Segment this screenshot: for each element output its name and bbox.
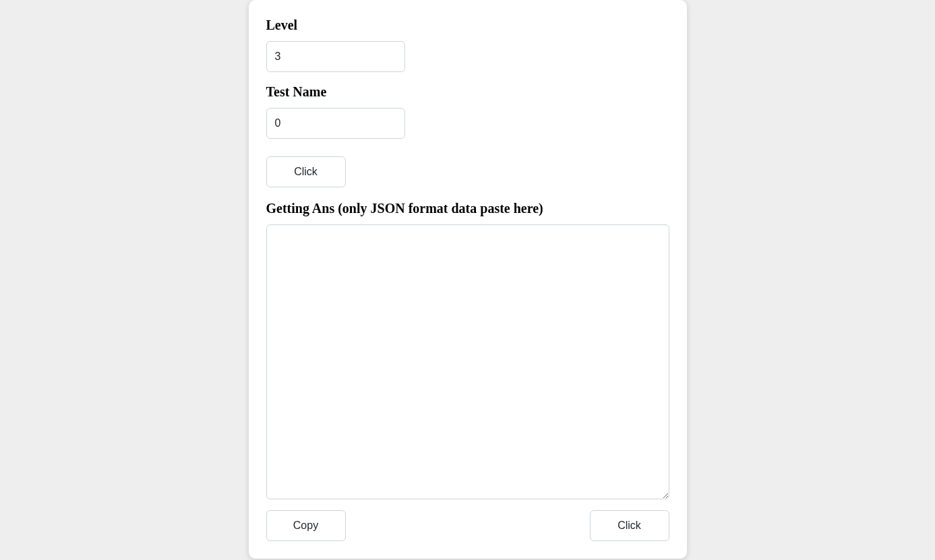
getting-ans-label: Getting Ans (only JSON format data paste…: [266, 201, 669, 216]
bottom-click-button[interactable]: Click: [590, 510, 669, 541]
level-label: Level: [266, 18, 669, 33]
testname-input[interactable]: [266, 108, 405, 139]
click-button[interactable]: Click: [266, 156, 346, 187]
ans-textarea[interactable]: [266, 224, 669, 499]
copy-button[interactable]: Copy: [266, 510, 346, 541]
level-input[interactable]: [266, 41, 405, 72]
form-card: Level Test Name Click Getting Ans (only …: [249, 0, 687, 559]
testname-label: Test Name: [266, 84, 669, 100]
